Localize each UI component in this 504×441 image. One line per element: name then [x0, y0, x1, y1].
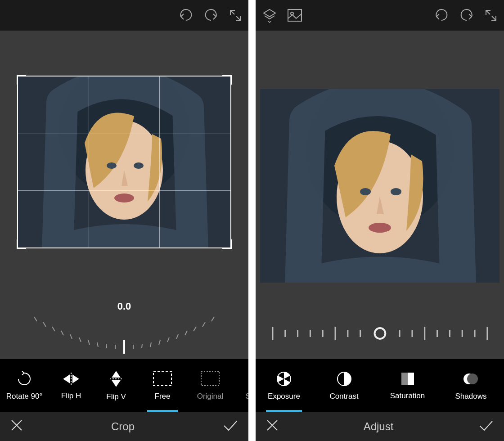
adjust-canvas [256, 31, 504, 359]
crop-handle-tr[interactable] [222, 75, 232, 85]
photo [260, 89, 500, 283]
svg-line-12 [88, 340, 90, 345]
exposure-button[interactable]: Exposure [256, 359, 312, 412]
svg-line-11 [79, 338, 81, 342]
saturation-button[interactable]: Saturation [376, 359, 439, 412]
bottom-bar: Crop [0, 412, 248, 441]
svg-line-6 [34, 317, 37, 321]
top-toolbar [0, 0, 248, 31]
tool-label: Original [197, 392, 224, 401]
svg-line-19 [159, 340, 160, 345]
mode-label: Adjust [279, 420, 478, 433]
aspect-free-button[interactable]: Free [139, 359, 186, 412]
confirm-button[interactable] [478, 418, 494, 435]
svg-rect-57 [401, 373, 408, 385]
rotation-dial[interactable]: 0.0 [25, 301, 223, 360]
layers-icon[interactable] [262, 8, 277, 23]
svg-line-7 [43, 322, 46, 327]
compare-icon[interactable] [287, 9, 302, 22]
svg-point-35 [360, 188, 371, 195]
redo-icon[interactable] [203, 9, 219, 22]
svg-point-36 [391, 188, 401, 195]
aspect-original-button[interactable]: Original [186, 359, 234, 412]
svg-rect-28 [201, 371, 219, 386]
tool-label: Exposure [268, 392, 300, 401]
flip-v-button[interactable]: Flip V [94, 359, 139, 412]
adjust-editor-screen: Exposure Contrast Saturation Shadows Hig… [256, 0, 504, 441]
cancel-button[interactable] [266, 418, 279, 435]
svg-line-13 [97, 342, 98, 347]
svg-line-10 [70, 334, 72, 339]
svg-line-17 [142, 344, 142, 348]
tool-label: Contrast [329, 392, 358, 401]
svg-line-25 [212, 317, 214, 321]
svg-line-9 [61, 331, 63, 335]
rotate-90-button[interactable]: Rotate 90° [0, 359, 49, 412]
svg-rect-58 [408, 373, 414, 385]
tool-label: Square [246, 392, 248, 401]
svg-line-23 [194, 327, 196, 331]
flip-h-button[interactable]: Flip H [49, 359, 94, 412]
svg-line-21 [176, 334, 178, 339]
fullscreen-icon[interactable] [484, 9, 498, 22]
svg-point-37 [369, 223, 391, 233]
fullscreen-icon[interactable] [229, 9, 242, 22]
crop-handle-br[interactable] [222, 239, 232, 249]
crop-handle-bl[interactable] [17, 239, 26, 249]
slider-thumb-icon [374, 328, 385, 339]
svg-point-31 [291, 12, 293, 15]
svg-line-18 [150, 342, 151, 347]
svg-point-60 [467, 374, 478, 384]
contrast-button[interactable]: Contrast [312, 359, 376, 412]
confirm-button[interactable] [222, 418, 238, 435]
mode-label: Crop [23, 420, 222, 433]
redo-icon[interactable] [459, 9, 474, 22]
crop-tools: Rotate 90° Flip H Flip V Free Original S… [0, 359, 248, 412]
svg-line-14 [106, 344, 107, 348]
tool-label: Rotate 90° [6, 392, 43, 401]
crop-frame[interactable] [17, 76, 231, 248]
shadows-button[interactable]: Shadows [439, 359, 503, 412]
svg-line-22 [185, 331, 187, 335]
undo-icon[interactable] [178, 9, 194, 22]
svg-line-24 [202, 322, 205, 327]
svg-line-20 [167, 338, 169, 342]
svg-line-8 [52, 327, 55, 331]
tool-label: Free [155, 392, 171, 401]
top-toolbar [256, 0, 504, 31]
crop-canvas: 0.0 [0, 31, 248, 359]
tool-label: Saturation [390, 392, 425, 400]
svg-rect-27 [153, 371, 171, 386]
aspect-square-button[interactable]: Square [234, 359, 248, 412]
tool-label: Flip H [61, 392, 81, 400]
crop-editor-screen: 0.0 [0, 0, 248, 441]
tool-label: Flip V [106, 392, 126, 401]
undo-icon[interactable] [434, 9, 449, 22]
adjust-slider[interactable] [256, 322, 504, 345]
crop-handle-tl[interactable] [17, 75, 26, 85]
tool-label: Shadows [455, 392, 487, 401]
bottom-bar: Adjust [256, 412, 504, 441]
cancel-button[interactable] [10, 418, 23, 435]
adjust-tools: Exposure Contrast Saturation Shadows Hig… [256, 359, 504, 412]
